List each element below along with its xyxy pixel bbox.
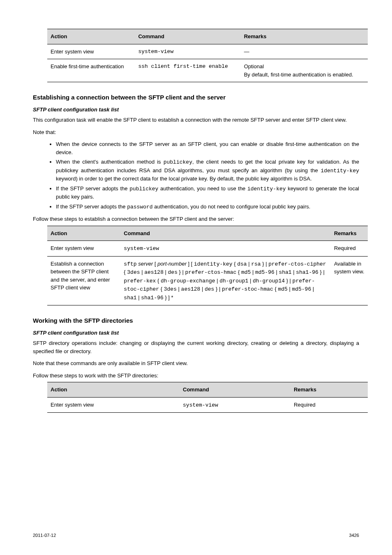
cell-command: system-view	[120, 241, 331, 257]
cell-remarks: Required	[331, 241, 368, 257]
col-command: Command	[135, 29, 240, 44]
col-action: Action	[47, 226, 120, 241]
cell-action: Establish a connection between the SFTP …	[47, 256, 120, 305]
col-action: Action	[47, 29, 135, 44]
para-intro: This configuration task will enable the …	[33, 116, 359, 124]
cell-command: system-view	[135, 44, 240, 59]
config-table-sftp-connect: Action Command Remarks Enter system view…	[47, 226, 368, 306]
cell-action: Enter system view	[47, 397, 180, 413]
cell-command: sftp server [ port-number ] [ identity-k…	[120, 256, 331, 305]
list-item: If the SFTP server adopts the password a…	[56, 203, 359, 211]
list-item: If the SFTP server adopts the publickey …	[56, 185, 359, 201]
notes-list: When the device connects to the SFTP ser…	[33, 140, 359, 211]
table-caption: Follow these steps to work with the SFTP…	[33, 372, 359, 380]
col-command: Command	[120, 226, 331, 241]
list-item: When the client's authentication method …	[56, 158, 359, 183]
cell-remarks: Required	[291, 397, 368, 413]
lead-task-list: SFTP client configuration task list	[33, 106, 359, 114]
list-item: When the device connects to the SFTP ser…	[56, 140, 359, 156]
heading-establish-connection: Establishing a connection between the SF…	[33, 93, 359, 102]
col-action: Action	[47, 382, 180, 398]
heading-sftp-directories: Working with the SFTP directories	[33, 316, 359, 326]
col-remarks: Remarks	[241, 29, 368, 44]
table-caption: Follow these steps to establish a connec…	[33, 215, 359, 223]
col-command: Command	[180, 382, 291, 398]
cell-remarks: —	[241, 44, 368, 59]
config-table-sftp-dirs: Action Command Remarks Enter system view…	[47, 382, 368, 413]
para-notes-title: Note that:	[33, 128, 359, 136]
cell-remarks: Available in system view.	[331, 256, 368, 305]
lead-task-list: SFTP client configuration task list	[33, 329, 359, 337]
cell-remarks: Optional By default, first-time authenti…	[241, 59, 368, 82]
cell-action: Enable first-time authentication	[47, 59, 135, 82]
para-dir-ops: SFTP directory operations include: chang…	[33, 339, 359, 355]
para-availability: Note that these commands are only availa…	[33, 359, 359, 368]
cell-action: Enter system view	[47, 44, 135, 59]
cell-command: ssh client first-time enable	[135, 59, 240, 82]
cell-action: Enter system view	[47, 241, 120, 257]
config-table-firsttime: Action Command Remarks Enter system view…	[47, 29, 368, 82]
col-remarks: Remarks	[291, 382, 368, 398]
col-remarks: Remarks	[331, 226, 368, 241]
cell-command: system-view	[180, 397, 291, 413]
